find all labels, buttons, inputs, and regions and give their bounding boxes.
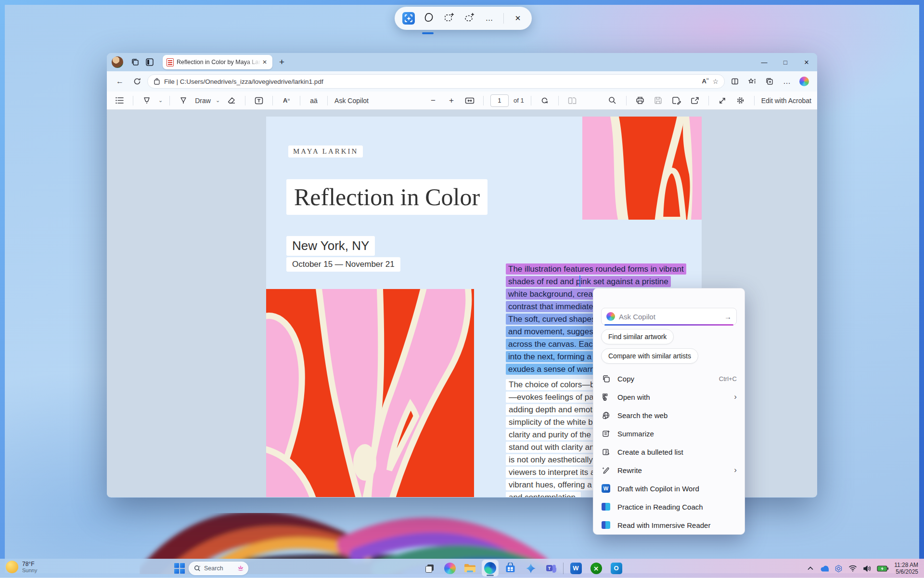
more-options-button[interactable]: … [483,12,496,25]
selected-text-line[interactable]: into the next, forming a co [506,351,605,362]
minimize-button[interactable]: — [754,53,775,71]
start-button[interactable] [174,563,185,574]
selected-text-line[interactable]: exudes a sense of warmth [506,364,606,375]
address-bar[interactable]: File | C:Users/Onedrive/s_izza/lovegived… [147,74,725,89]
windows-security-icon[interactable] [834,565,843,573]
close-window-button[interactable]: ✕ [796,53,817,71]
favorite-star-icon[interactable]: ☆ [712,78,719,85]
table-of-contents-button[interactable] [113,94,126,107]
selected-text-line[interactable]: contrast that immediately [506,301,602,312]
close-toolbar-button[interactable]: ✕ [512,12,524,25]
suggestion-compare-artists[interactable]: Compare with similar artists [601,348,698,364]
zoom-out-button[interactable]: − [426,94,440,107]
onedrive-icon[interactable] [819,565,829,572]
copy-icon [601,374,611,383]
weather-widget[interactable]: 78°F Sunny [6,561,37,573]
ask-copilot-input[interactable]: Ask Copilot → [601,308,737,325]
sun-icon [6,561,18,573]
task-view-button[interactable] [422,560,437,576]
system-tray: 11:28 AM 5/6/2025 [808,559,918,578]
edit-with-acrobat-button[interactable]: Edit with Acrobat [761,97,811,105]
maximize-button[interactable]: □ [775,53,796,71]
freeform-select-button[interactable] [423,12,435,25]
profile-avatar[interactable] [112,56,123,68]
menu-item-summarize[interactable]: Summarize [593,424,744,443]
taskbar-clock[interactable]: 11:28 AM 5/6/2025 [894,562,918,575]
selected-text-line[interactable]: shades of red and pink set against a pri… [506,276,671,287]
artist-name: MAYA LARKIN [288,145,363,158]
volume-icon[interactable] [863,565,871,572]
split-screen-button[interactable] [728,74,742,89]
pdf-settings-button[interactable] [734,94,747,107]
browser-tab-active[interactable]: Reflection in Color by Maya Larki ✕ [163,55,272,69]
rectangle-select-button[interactable] [443,12,455,25]
file-explorer-button[interactable] [462,560,478,576]
zoom-in-button[interactable]: + [445,94,458,107]
wifi-icon[interactable] [848,565,857,572]
menu-item-reading-coach[interactable]: Practice in Reading Coach [593,498,744,516]
draw-label[interactable]: Draw [195,97,211,105]
paragraph-line: viewers to interpret its abs [506,467,606,478]
menu-item-draft-with-copilot-word[interactable]: W Draft with Copilot in Word [593,479,744,498]
page-view-button[interactable] [565,94,579,107]
draw-pen-icon[interactable] [177,94,190,107]
paragraph-line: simplicity of the white bac [506,417,604,428]
tab-actions-button[interactable] [142,55,157,69]
submit-arrow-icon[interactable]: → [724,313,732,321]
selected-text-line[interactable]: and movement, suggestin [506,326,604,337]
new-tab-button[interactable]: + [279,57,284,67]
read-aloud-icon[interactable]: A⁾⁾ [702,78,708,85]
tab-close-icon[interactable]: ✕ [261,59,269,66]
highlighter-chevron-icon[interactable]: ⌄ [158,97,163,104]
teams-button[interactable]: T [543,560,559,576]
circle-select-button[interactable] [463,12,475,25]
menu-item-rewrite[interactable]: Rewrite › [593,461,744,479]
menu-item-search-the-web[interactable]: Search the web [593,406,744,424]
save-as-button[interactable] [670,94,683,107]
share-button[interactable] [688,94,702,107]
outlook-button[interactable]: O [608,560,624,576]
edge-taskbar-button[interactable] [482,560,498,576]
file-explorer-icon [464,563,476,573]
rotate-button[interactable] [538,94,552,107]
xbox-button[interactable]: ⨯ [588,560,604,576]
settings-menu-button[interactable]: … [780,74,794,89]
print-button[interactable] [633,94,647,107]
paragraph-line: and contemplation. [506,492,581,497]
pdf-read-aloud-button[interactable]: A⁾⁾ [280,94,293,107]
menu-item-open-with[interactable]: Open with › [593,388,744,406]
page-number-input[interactable] [490,94,509,107]
taskbar-search[interactable]: Search [189,562,248,575]
save-button[interactable] [652,94,665,107]
translate-button[interactable]: aä [307,94,321,107]
menu-item-create-bulleted-list[interactable]: Create a bulleted list [593,443,744,461]
collections-button[interactable] [762,74,777,89]
highlighter-button[interactable] [140,94,154,107]
weather-condition: Sunny [22,567,37,573]
ask-copilot-button[interactable]: Ask Copilot [334,97,369,105]
microsoft-store-button[interactable] [502,560,518,576]
selected-text-line[interactable]: The illustration features rounded forms … [506,263,686,275]
workspaces-button[interactable] [128,55,142,69]
tray-expand-chevron[interactable] [808,566,813,570]
menu-item-immersive-reader[interactable]: Read with Immersive Reader [593,516,744,534]
word-button[interactable]: W [568,560,584,576]
suggestion-find-similar-artwork[interactable]: Find similar artwork [601,329,674,344]
click-to-do-button[interactable] [402,12,415,25]
eraser-button[interactable] [225,94,238,107]
reading-coach-icon [601,502,611,512]
fit-to-width-button[interactable] [463,94,476,107]
address-url: File | C:Users/Onedrive/s_izza/lovegived… [164,78,698,85]
selected-text-line[interactable]: white background, creatin [506,289,604,300]
add-text-button[interactable] [252,94,266,107]
back-button[interactable]: ← [113,74,127,89]
copilot-app-button[interactable] [442,560,458,576]
menu-item-copy[interactable]: Copy Ctrl+C [593,369,744,388]
search-document-button[interactable] [606,94,619,107]
m365-copilot-button[interactable] [523,560,539,576]
fullscreen-button[interactable] [716,94,729,107]
refresh-button[interactable] [130,74,144,89]
copilot-button[interactable] [797,74,811,89]
draw-chevron-icon[interactable]: ⌄ [216,97,220,104]
favorites-button[interactable] [745,74,759,89]
